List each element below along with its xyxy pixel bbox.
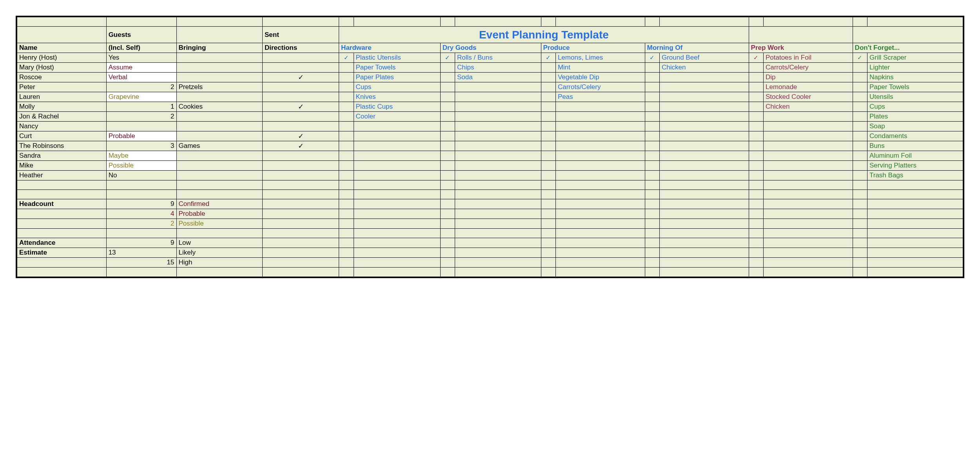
list-item[interactable]	[659, 161, 749, 171]
guest-name[interactable]: Nancy	[17, 122, 107, 131]
check-icon[interactable]	[645, 161, 659, 171]
guest-name[interactable]: Mike	[17, 161, 107, 171]
table-row[interactable]: Attendance9Low	[17, 238, 963, 248]
check-icon[interactable]	[853, 122, 867, 131]
list-item[interactable]: Lemonade	[763, 82, 853, 92]
list-item[interactable]	[659, 171, 749, 180]
guest-bringing[interactable]: Pretzels	[176, 82, 263, 92]
check-icon[interactable]	[339, 63, 354, 73]
guest-bringing[interactable]	[176, 151, 263, 161]
cell[interactable]	[106, 229, 176, 238]
table-row[interactable]: 2Possible	[17, 219, 963, 229]
check-icon[interactable]	[541, 151, 555, 161]
list-item[interactable]: Utensils	[867, 92, 963, 102]
cell[interactable]	[106, 190, 176, 199]
guest-name[interactable]: The Robinsons	[17, 141, 107, 151]
guest-bringing[interactable]	[176, 131, 263, 141]
list-item[interactable]: Paper Towels	[354, 63, 440, 73]
list-item[interactable]: Buns	[867, 141, 963, 151]
table-row[interactable]: MikePossibleServing Platters	[17, 161, 963, 171]
check-icon[interactable]	[440, 102, 455, 112]
list-item[interactable]	[659, 141, 749, 151]
check-icon[interactable]	[541, 82, 555, 92]
guest-incl[interactable]: Probable	[106, 131, 176, 141]
guest-incl[interactable]: 2	[106, 112, 176, 122]
directions-check[interactable]	[263, 63, 339, 73]
cell[interactable]: Probable	[176, 209, 263, 219]
directions-check[interactable]	[263, 82, 339, 92]
check-icon[interactable]	[749, 102, 763, 112]
list-item[interactable]: Dip	[763, 73, 853, 82]
check-icon[interactable]	[440, 73, 455, 82]
check-icon[interactable]	[541, 112, 555, 122]
check-icon[interactable]	[339, 82, 354, 92]
list-item[interactable]: Carrots/Celery	[763, 63, 853, 73]
list-item[interactable]: Serving Platters	[867, 161, 963, 171]
list-item[interactable]	[659, 73, 749, 82]
header-produce[interactable]: Produce	[541, 43, 645, 53]
guest-bringing[interactable]	[176, 122, 263, 131]
check-icon[interactable]	[645, 73, 659, 82]
cell[interactable]: 2	[106, 219, 176, 229]
cell[interactable]: Estimate	[17, 248, 107, 258]
check-icon[interactable]	[339, 92, 354, 102]
guest-bringing[interactable]	[176, 53, 263, 63]
header-drygoods[interactable]: Dry Goods	[440, 43, 541, 53]
check-icon[interactable]	[853, 131, 867, 141]
list-item[interactable]	[354, 131, 440, 141]
check-icon[interactable]	[749, 122, 763, 131]
table-row[interactable]: Peter2PretzelsCupsCarrots/CeleryLemonade…	[17, 82, 963, 92]
check-icon[interactable]	[749, 171, 763, 180]
table-row[interactable]: Jon & Rachel2CoolerPlates	[17, 112, 963, 122]
check-icon[interactable]	[541, 161, 555, 171]
list-item[interactable]	[555, 102, 645, 112]
list-item[interactable]: Cooler	[354, 112, 440, 122]
guest-bringing[interactable]	[176, 92, 263, 102]
check-icon[interactable]	[339, 122, 354, 131]
cell[interactable]	[176, 180, 263, 190]
check-icon[interactable]	[339, 102, 354, 112]
list-item[interactable]	[763, 171, 853, 180]
cell[interactable]: Possible	[176, 219, 263, 229]
header-prep[interactable]: Prep Work	[749, 43, 853, 53]
list-item[interactable]	[763, 141, 853, 151]
cell[interactable]	[17, 180, 107, 190]
table-row[interactable]: 4Probable	[17, 209, 963, 219]
cell[interactable]: Headcount	[17, 199, 107, 209]
list-item[interactable]: Paper Plates	[354, 73, 440, 82]
list-item[interactable]	[455, 92, 541, 102]
guest-bringing[interactable]: Games	[176, 141, 263, 151]
check-icon[interactable]: ✓	[853, 53, 867, 63]
check-icon[interactable]	[339, 131, 354, 141]
check-icon[interactable]	[853, 102, 867, 112]
table-row[interactable]: Henry (Host)Yes✓Plastic Utensils✓Rolls /…	[17, 53, 963, 63]
directions-check[interactable]	[263, 122, 339, 131]
cell[interactable]	[106, 180, 176, 190]
list-item[interactable]	[555, 171, 645, 180]
list-item[interactable]: Peas	[555, 92, 645, 102]
check-icon[interactable]	[853, 82, 867, 92]
table-row[interactable]: Molly1Cookies✓Plastic CupsChickenCups	[17, 102, 963, 112]
check-icon[interactable]	[440, 171, 455, 180]
list-item[interactable]	[455, 141, 541, 151]
table-row[interactable]: RoscoeVerbal✓Paper PlatesSodaVegetable D…	[17, 73, 963, 82]
check-icon[interactable]	[541, 171, 555, 180]
directions-check[interactable]: ✓	[263, 102, 339, 112]
check-icon[interactable]	[645, 92, 659, 102]
check-icon[interactable]	[339, 171, 354, 180]
list-item[interactable]	[555, 141, 645, 151]
check-icon[interactable]: ✓	[440, 53, 455, 63]
guest-bringing[interactable]: Cookies	[176, 102, 263, 112]
table-row[interactable]	[17, 180, 963, 190]
header-dontforget[interactable]: Don't Forget...	[853, 43, 963, 53]
check-icon[interactable]	[749, 151, 763, 161]
header-sent[interactable]: Sent	[263, 27, 339, 43]
list-item[interactable]	[659, 102, 749, 112]
cell[interactable]: Low	[176, 238, 263, 248]
cell[interactable]	[17, 209, 107, 219]
guest-bringing[interactable]	[176, 112, 263, 122]
table-row[interactable]: HeatherNoTrash Bags	[17, 171, 963, 180]
check-icon[interactable]	[440, 151, 455, 161]
list-item[interactable]	[659, 131, 749, 141]
check-icon[interactable]	[339, 112, 354, 122]
